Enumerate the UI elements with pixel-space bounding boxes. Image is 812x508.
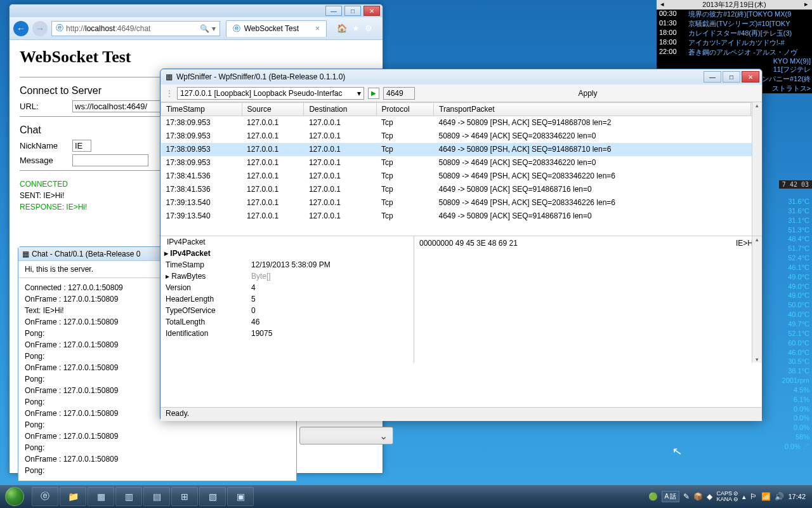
minimize-button[interactable]: —: [704, 71, 721, 83]
detail-row[interactable]: Version4: [160, 282, 414, 293]
tools-icon[interactable]: ⚙: [365, 23, 372, 33]
taskbar[interactable]: ⓔ 📁 ▦ ▥ ▤ ⊞ ▧ ▣ 🟢 A 話 ✎ 📦 ◆ CAPS ⊘KANA ⊖…: [0, 485, 812, 508]
minimize-button[interactable]: —: [325, 6, 342, 16]
packet-row[interactable]: 17:38:41.536127.0.0.1127.0.0.1Tcp4649 ->…: [161, 183, 762, 196]
favorites-icon[interactable]: ★: [352, 23, 360, 33]
tray-icon[interactable]: ◆: [707, 492, 712, 501]
packet-row[interactable]: 17:39:13.540127.0.0.1127.0.0.1Tcp50809 -…: [161, 196, 762, 210]
packet-row[interactable]: 17:39:13.540127.0.0.1127.0.0.1Tcp4649 ->…: [161, 210, 762, 223]
start-button[interactable]: [0, 485, 29, 508]
dropdown-stub[interactable]: ⌄: [299, 427, 393, 444]
ime-indicator[interactable]: A 話: [662, 491, 680, 502]
packet-row[interactable]: 17:38:09.953127.0.0.1127.0.0.1Tcp50809 -…: [161, 156, 762, 170]
taskbar-app-icon[interactable]: ▣: [227, 487, 254, 506]
volume-icon[interactable]: 🔊: [775, 492, 784, 501]
packet-row[interactable]: 17:38:09.953127.0.0.1127.0.0.1Tcp4649 ->…: [161, 143, 762, 156]
taskbar-app-icon[interactable]: ▦: [88, 487, 114, 506]
col-header[interactable]: TimeStamp: [161, 103, 242, 116]
taskbar-app-icon[interactable]: ⊞: [171, 487, 198, 506]
apply-button[interactable]: Apply: [419, 89, 757, 98]
browser-tab[interactable]: ⓔ WebSocket Test ×: [226, 20, 327, 37]
taskbar-ie-icon[interactable]: ⓔ: [32, 487, 58, 506]
action-center-icon[interactable]: 🏳: [750, 492, 757, 501]
sensor-value: 31.6°C: [782, 197, 809, 206]
detail-row[interactable]: TimeStamp12/19/2013 5:38:09 PM: [160, 259, 414, 271]
nick-input[interactable]: [72, 140, 91, 152]
url-input[interactable]: [72, 100, 161, 112]
start-capture-button[interactable]: ▶: [368, 88, 379, 99]
sniffer-title: WpfSniffer - WpfSniffer/0.1 (Beta-Releas…: [176, 72, 345, 81]
scrollbar[interactable]: ▴: [752, 102, 762, 236]
network-icon[interactable]: 📶: [761, 492, 771, 501]
sensor-value: 31.1°C: [782, 216, 809, 225]
program-row: 00:30境界の彼方#12(終)[TOKYO MX(9: [657, 10, 812, 19]
program-row: 01:30京騒戯画(TVシリーズ)#10[TOKY: [657, 19, 812, 29]
url-label: URL:: [20, 102, 67, 111]
maximize-button[interactable]: □: [723, 71, 740, 83]
tray-icon[interactable]: 🟢: [648, 492, 658, 501]
col-header[interactable]: Source: [242, 103, 304, 116]
tab-close-icon[interactable]: ×: [315, 24, 320, 33]
detail-row[interactable]: Identification19075: [160, 328, 414, 339]
msg-label: Message: [20, 156, 67, 165]
packet-grid[interactable]: TimeStampSourceDestinationProtocolTransp…: [160, 102, 762, 236]
back-button[interactable]: ←: [13, 21, 29, 36]
sensor-value: 48.4°C: [782, 234, 809, 244]
col-header[interactable]: Protocol: [376, 103, 433, 116]
close-button[interactable]: ✕: [742, 71, 759, 83]
sensor-value: 49.7°C: [782, 319, 809, 329]
home-icon[interactable]: 🏠: [337, 23, 347, 33]
sensor-value: 0.0%: [782, 423, 809, 432]
sensor-value: 49.0°C: [782, 291, 809, 300]
address-bar[interactable]: ⓔ http://localhost:4649/chat 🔍 ▾: [51, 21, 220, 36]
sniffer-titlebar[interactable]: ▦WpfSniffer - WpfSniffer/0.1 (Beta-Relea…: [160, 69, 762, 84]
page-title: WebSocket Test: [20, 48, 372, 67]
system-tray[interactable]: 🟢 A 話 ✎ 📦 ◆ CAPS ⊘KANA ⊖ ▴ 🏳 📶 🔊 17:42: [642, 491, 812, 502]
status-bar: Ready.: [160, 407, 762, 421]
sensor-value: 46.1°C: [782, 263, 809, 272]
msg-input[interactable]: [72, 154, 148, 166]
app-icon: ▦: [166, 72, 173, 81]
url-host: localhost: [85, 24, 115, 33]
sensor-value: 6.1%: [782, 395, 809, 404]
close-button[interactable]: ✕: [363, 6, 380, 16]
col-header[interactable]: Destination: [304, 103, 376, 116]
url-path: :4649/chat: [115, 24, 150, 33]
details-header2[interactable]: ▸ IPv4Packet: [160, 248, 414, 259]
col-header[interactable]: TransportPacket: [434, 103, 751, 116]
detail-row[interactable]: TypeOfService0: [160, 305, 414, 316]
sniffer-toolbar: ⋮ 127.0.0.1 [Loopback] Loopback Pseudo-I…: [160, 84, 762, 102]
taskbar-app-icon[interactable]: ▤: [143, 487, 170, 506]
packet-row[interactable]: 17:38:09.953127.0.0.1127.0.0.1Tcp50809 -…: [161, 130, 762, 143]
interface-combo[interactable]: 127.0.0.1 [Loopback] Loopback Pseudo-Int…: [177, 87, 364, 100]
log-line: Pong:: [25, 465, 290, 476]
taskbar-app-icon[interactable]: ▥: [115, 487, 142, 506]
scrollbar[interactable]: ▴▾: [752, 236, 762, 363]
maximize-button[interactable]: □: [344, 6, 361, 16]
detail-row[interactable]: ▸ RawBytesByte[]: [160, 271, 414, 282]
tray-icon[interactable]: 📦: [693, 492, 703, 501]
tray-expand-icon[interactable]: ▴: [742, 493, 746, 501]
clock[interactable]: 17:42: [788, 493, 806, 500]
forward-button[interactable]: →: [32, 21, 48, 36]
overlay-date[interactable]: ◂2013年12月19日(木)▸: [657, 0, 812, 10]
port-input[interactable]: 4649: [383, 87, 415, 100]
log-line: OnFrame : 127.0.0.1:50809: [25, 431, 290, 442]
sensor-value: 31.6°C: [782, 206, 809, 216]
detail-row[interactable]: TotalLength46: [160, 316, 414, 328]
packet-details[interactable]: IPv4Packet ▸ IPv4Packet TimeStamp12/19/2…: [160, 236, 414, 363]
detail-row[interactable]: HeaderLength5: [160, 293, 414, 305]
hex-view[interactable]: 00000000 49 45 3E 48 69 21IE>Hi! ▴▾: [414, 236, 762, 363]
search-icon[interactable]: 🔍 ▾: [200, 24, 215, 33]
cursor-icon: ↖: [671, 444, 683, 459]
sensor-value: 38.1°C: [782, 366, 809, 376]
tray-icon[interactable]: ✎: [683, 492, 690, 501]
packet-row[interactable]: 17:38:09.953127.0.0.1127.0.0.1Tcp4649 ->…: [161, 116, 762, 130]
packet-row[interactable]: 17:38:41.536127.0.0.1127.0.0.1Tcp50809 -…: [161, 170, 762, 183]
taskbar-app-icon[interactable]: ▧: [199, 487, 226, 506]
tab-title: WebSocket Test: [244, 24, 299, 33]
log-line: Pong:: [25, 442, 290, 453]
sensor-value: 40.0°C: [782, 310, 809, 319]
taskbar-explorer-icon[interactable]: 📁: [60, 487, 86, 506]
ie-titlebar[interactable]: — □ ✕: [10, 4, 383, 17]
